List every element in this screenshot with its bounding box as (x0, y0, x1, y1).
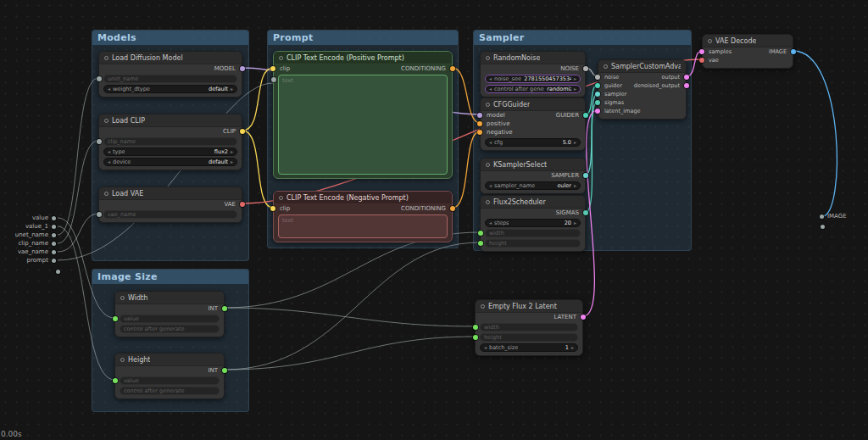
next-icon[interactable]: ▸ (231, 158, 233, 166)
port-guider-input[interactable] (595, 83, 600, 88)
widget-steps[interactable]: ◂ steps 20 ▸ (485, 219, 581, 227)
port-value-input[interactable] (113, 316, 118, 321)
widget-vae-name[interactable]: vae_name (103, 210, 237, 219)
pin-dot[interactable] (52, 259, 56, 263)
group-title-image-size[interactable]: Image Size (92, 270, 248, 284)
next-icon[interactable]: ▸ (574, 85, 576, 93)
widget-device[interactable]: ◂ device default ▸ (103, 158, 237, 166)
node-header[interactable]: RandomNoise (481, 52, 585, 64)
widget-control-after-generate[interactable]: control after generate (120, 387, 220, 395)
collapse-dot-icon[interactable] (486, 56, 490, 60)
unlabeled-pin-dot[interactable] (56, 270, 60, 274)
next-icon[interactable]: ▸ (574, 138, 576, 147)
next-icon[interactable]: ▸ (571, 343, 574, 352)
widget-cfg[interactable]: ◂ cfg 5.0 ▸ (485, 138, 581, 147)
pin-prompt[interactable]: prompt (7, 256, 56, 265)
prev-icon[interactable]: ◂ (484, 343, 487, 352)
prev-icon[interactable]: ◂ (108, 148, 110, 156)
node-graph-canvas[interactable]: Models Prompt Sampler Image Size (0, 0, 868, 440)
collapse-dot-icon[interactable] (279, 196, 283, 200)
prev-icon[interactable]: ◂ (108, 85, 110, 93)
node-header[interactable]: Flux2Scheduler (481, 196, 585, 209)
port-latent-image-input[interactable] (595, 109, 600, 114)
node-header[interactable]: Load VAE (99, 187, 242, 200)
widget-noise-seed[interactable]: ◂ noise_seed 278155045735348 ▸ (485, 75, 581, 83)
node-header[interactable]: Load Diffusion Model (99, 52, 242, 64)
port-vae-input[interactable] (699, 58, 704, 63)
port-height-input[interactable] (473, 335, 478, 340)
widget-weight-dtype[interactable]: ◂ weight_dtype default ▸ (103, 85, 237, 93)
port-noise-input[interactable] (595, 75, 600, 80)
pin-dot[interactable] (52, 250, 56, 254)
collapse-dot-icon[interactable] (279, 56, 283, 60)
port-height-input[interactable] (478, 241, 483, 246)
port-samples-input[interactable] (699, 49, 704, 54)
widget-height[interactable]: height (485, 239, 581, 248)
widget-batch-size[interactable]: ◂ batch_size 1 ▸ (480, 343, 578, 352)
collapse-dot-icon[interactable] (120, 296, 125, 300)
group-title-sampler[interactable]: Sampler (474, 31, 691, 45)
port-clip-input[interactable] (270, 66, 275, 71)
collapse-dot-icon[interactable] (604, 64, 608, 69)
node-random-noise[interactable]: RandomNoise NOISE ◂ noise_seed 278155045… (480, 51, 586, 97)
port-width-input[interactable] (478, 231, 483, 236)
node-height[interactable]: Height INT value control after generate (114, 353, 225, 399)
port-denoised-output[interactable] (684, 83, 689, 88)
port-model-input[interactable] (477, 113, 482, 118)
node-header[interactable]: VAE Decode (703, 35, 793, 47)
pin-image-output[interactable]: IMAGE (820, 212, 847, 220)
pin-value-1[interactable]: value_1 (7, 222, 56, 231)
collapse-dot-icon[interactable] (486, 200, 490, 204)
port-int-output[interactable] (222, 368, 227, 373)
node-header[interactable]: KSamplerSelect (481, 159, 585, 171)
node-ksampler-select[interactable]: KSamplerSelect SAMPLER ◂ sampler_name eu… (480, 158, 586, 194)
port-width-input[interactable] (473, 325, 478, 330)
port-sigmas-output[interactable] (583, 210, 588, 215)
widget-unet-name[interactable]: unet_name (103, 75, 237, 83)
port-clip-output[interactable] (240, 129, 245, 134)
widget-control-after-generate[interactable]: ◂ control after genera... randomize ▸ (485, 85, 581, 93)
port-text-input[interactable] (271, 77, 276, 82)
next-icon[interactable]: ▸ (574, 75, 576, 83)
pin-clip-name[interactable]: clip_name (7, 239, 56, 248)
collapse-dot-icon[interactable] (104, 56, 108, 60)
port-clip-name-input[interactable] (97, 139, 102, 144)
next-icon[interactable]: ▸ (231, 148, 233, 156)
collapse-dot-icon[interactable] (481, 304, 485, 309)
node-cfg-guider[interactable]: CFGGuider model GUIDER positive negative… (480, 97, 586, 151)
pin-dot[interactable] (52, 242, 56, 246)
node-flux2-scheduler[interactable]: Flux2Scheduler SIGMAS ◂ steps 20 ▸ width… (480, 195, 586, 252)
node-header[interactable]: SamplerCustomAdva... (598, 60, 686, 73)
group-title-models[interactable]: Models (92, 31, 248, 45)
pin-dot[interactable] (52, 233, 56, 237)
unlabeled-pin-dot[interactable] (821, 225, 825, 229)
prev-icon[interactable]: ◂ (489, 181, 492, 190)
node-empty-flux2-latent[interactable]: Empty Flux 2 Latent LATENT width height … (475, 299, 583, 356)
port-noise-output[interactable] (583, 66, 588, 71)
node-load-diffusion-model[interactable]: Load Diffusion Model MODEL unet_name ◂ w… (98, 51, 242, 97)
group-title-prompt[interactable]: Prompt (268, 31, 458, 45)
prev-icon[interactable]: ◂ (489, 219, 492, 227)
widget-height[interactable]: height (480, 333, 578, 342)
collapse-dot-icon[interactable] (486, 163, 490, 167)
negative-prompt-textarea[interactable]: text (278, 214, 448, 238)
node-vae-decode[interactable]: VAE Decode samples IMAGE vae (702, 34, 793, 69)
port-conditioning-output[interactable] (450, 206, 455, 211)
port-conditioning-output[interactable] (450, 66, 455, 71)
widget-value[interactable]: value (120, 376, 220, 385)
node-header[interactable]: CLIP Text Encode (Positive Prompt) (274, 52, 452, 64)
collapse-dot-icon[interactable] (708, 39, 712, 43)
pin-value[interactable]: value (7, 214, 56, 222)
prev-icon[interactable]: ◂ (108, 158, 110, 166)
port-unet-name-input[interactable] (97, 76, 102, 81)
pin-dot[interactable] (820, 214, 824, 219)
pin-dot[interactable] (52, 216, 56, 220)
node-header[interactable]: Height (115, 354, 224, 366)
widget-clip-name[interactable]: clip_name (103, 137, 237, 146)
positive-prompt-textarea[interactable]: text (278, 75, 448, 175)
next-icon[interactable]: ▸ (574, 181, 576, 190)
node-header[interactable]: Empty Flux 2 Latent (476, 300, 582, 313)
port-clip-input[interactable] (270, 206, 275, 211)
next-icon[interactable]: ▸ (231, 85, 233, 93)
widget-sampler-name[interactable]: ◂ sampler_name euler ▸ (485, 181, 581, 190)
